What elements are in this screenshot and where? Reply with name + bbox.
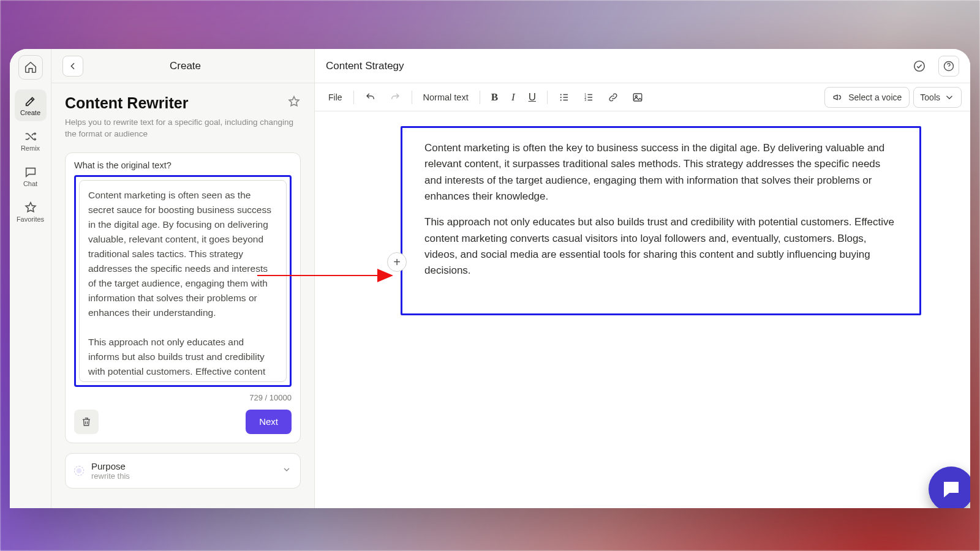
nav-rail: Create Remix Chat Favorites (10, 49, 51, 508)
image-button[interactable] (627, 88, 648, 107)
bold-button[interactable]: B (486, 88, 503, 107)
pencil-icon (24, 94, 37, 108)
undo-button[interactable] (360, 88, 381, 107)
output-paragraph-2[interactable]: This approach not only educates but also… (424, 214, 897, 279)
output-paragraph-1[interactable]: Content marketing is often the key to bu… (424, 140, 897, 204)
image-icon (632, 92, 643, 103)
home-icon (24, 61, 37, 74)
char-counter: 729 / 10000 (74, 393, 292, 402)
link-button[interactable] (603, 88, 624, 107)
list-bullet-icon (559, 92, 570, 103)
svg-point-2 (949, 68, 949, 69)
rail-favorites[interactable]: Favorites (15, 196, 47, 228)
svg-text:3: 3 (584, 98, 586, 102)
italic-button[interactable]: I (507, 88, 520, 107)
delete-button[interactable] (74, 410, 99, 434)
chat-fab[interactable] (929, 467, 970, 508)
left-body: Content Rewriter Helps you to rewrite te… (51, 83, 314, 508)
chevron-down-icon (282, 465, 292, 477)
purpose-card[interactable]: Purpose rewrite this (65, 453, 301, 489)
rail-home[interactable] (18, 55, 43, 80)
bullet-list-button[interactable] (554, 88, 575, 107)
right-header: Content Strategy (315, 49, 970, 83)
svg-point-5 (560, 99, 562, 100)
svg-point-4 (560, 96, 562, 97)
original-text-label: What is the original text? (74, 160, 292, 170)
star-icon (24, 201, 37, 214)
rail-remix-label: Remix (21, 144, 40, 152)
output-highlight-box: Content marketing is often the key to bu… (401, 126, 921, 315)
tool-title: Content Rewriter (65, 94, 287, 112)
left-header: Create (51, 49, 314, 83)
rail-chat[interactable]: Chat (15, 160, 47, 192)
numbered-list-button[interactable]: 123 (578, 88, 599, 107)
editor-canvas[interactable]: Content marketing is often the key to bu… (315, 111, 970, 508)
link-icon (608, 92, 619, 103)
tool-subtitle: Helps you to rewrite text for a specific… (65, 117, 301, 140)
document-title: Content Strategy (326, 60, 900, 72)
chevron-left-icon (68, 61, 78, 71)
chevron-down-icon (944, 92, 955, 103)
rail-create[interactable]: Create (15, 89, 47, 121)
star-outline-icon (287, 95, 301, 108)
rail-favorites-label: Favorites (17, 216, 44, 223)
chat-bubble-icon (940, 478, 962, 500)
redo-icon (390, 92, 401, 103)
rail-remix[interactable]: Remix (15, 125, 47, 157)
file-menu[interactable]: File (323, 88, 347, 107)
list-numbered-icon: 123 (583, 92, 594, 103)
select-voice-label: Select a voice (848, 92, 902, 102)
original-text-input[interactable]: Content marketing is often seen as the s… (79, 180, 287, 382)
tools-menu[interactable]: Tools (913, 87, 962, 108)
app-window: Create Remix Chat Favorites Create Conte… (10, 49, 970, 508)
rail-create-label: Create (20, 109, 40, 116)
rail-chat-label: Chat (23, 180, 37, 187)
help-icon (943, 60, 955, 72)
text-style-select[interactable]: Normal text (418, 88, 473, 107)
add-block-button[interactable]: + (387, 252, 407, 272)
select-voice-button[interactable]: Select a voice (824, 87, 910, 108)
editor-toolbar: File Normal text B I U 123 (315, 83, 970, 111)
check-circle-icon (913, 59, 926, 73)
next-button[interactable]: Next (246, 410, 292, 434)
trash-icon (81, 416, 92, 427)
left-header-title: Create (92, 60, 303, 72)
original-text-card: What is the original text? Content marke… (65, 152, 301, 443)
megaphone-icon (832, 92, 843, 103)
favorite-toggle[interactable] (287, 95, 301, 112)
chat-icon (24, 165, 37, 179)
purpose-value: rewrite this (91, 471, 274, 481)
check-button[interactable] (909, 56, 930, 77)
left-panel: Create Content Rewriter Helps you to rew… (51, 49, 315, 508)
shuffle-icon (24, 130, 37, 143)
svg-point-0 (914, 61, 925, 71)
right-panel: Content Strategy File Normal text B I U (315, 49, 970, 508)
original-text-highlight: Content marketing is often seen as the s… (74, 175, 292, 387)
purpose-title: Purpose (91, 461, 274, 471)
svg-point-3 (560, 94, 562, 95)
help-button[interactable] (938, 56, 959, 77)
undo-icon (365, 92, 376, 103)
tools-label: Tools (920, 92, 940, 102)
purpose-status-icon (74, 466, 84, 476)
redo-button[interactable] (385, 88, 405, 107)
underline-button[interactable]: U (524, 88, 541, 107)
svg-rect-9 (633, 94, 642, 101)
back-button[interactable] (62, 56, 83, 77)
